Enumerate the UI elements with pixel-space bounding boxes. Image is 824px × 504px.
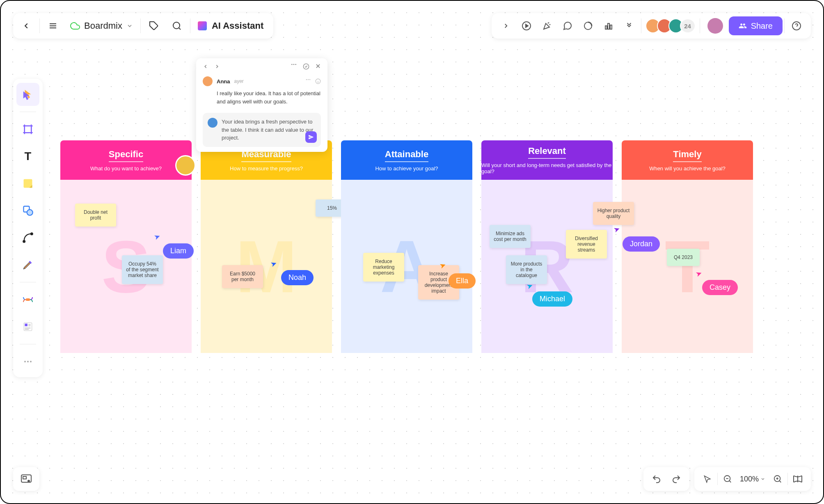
mindmap-tool[interactable] xyxy=(16,288,39,311)
sticky-note[interactable]: Q4 2023 xyxy=(667,249,700,266)
comment-more-icon[interactable] xyxy=(305,78,311,84)
comment-panel[interactable]: Anna ayer I really like your idea. It ha… xyxy=(196,58,327,152)
comment-button[interactable] xyxy=(557,16,578,36)
smart-board[interactable]: Specific What do you want to achieve? S … xyxy=(60,140,753,353)
column-subtitle: How to measure the progress? xyxy=(230,165,303,172)
svg-point-24 xyxy=(27,210,33,215)
zoom-level-dropdown[interactable]: 100% xyxy=(737,475,768,483)
column-title: Attainable xyxy=(385,149,428,162)
svg-line-56 xyxy=(780,481,781,483)
reply-input[interactable]: Your idea brings a fresh perspective to … xyxy=(203,113,321,147)
cursor-label: Michael xyxy=(532,291,572,307)
help-button[interactable] xyxy=(786,16,807,36)
comment-time: ayer xyxy=(234,78,244,84)
sticky-note[interactable]: Higher product quality xyxy=(593,202,634,225)
next-comment-button[interactable] xyxy=(214,64,220,69)
template-tool[interactable] xyxy=(16,315,39,338)
comment-text: I really like your idea. It has a lot of… xyxy=(203,89,321,105)
svg-point-25 xyxy=(23,241,25,243)
share-button[interactable]: Share xyxy=(729,16,783,35)
menu-button[interactable] xyxy=(41,14,64,37)
svg-point-39 xyxy=(295,64,296,65)
comment-avatar xyxy=(203,76,213,86)
column-title: Specific xyxy=(109,149,143,162)
svg-point-37 xyxy=(291,64,293,65)
fit-view-button[interactable] xyxy=(788,469,808,489)
column-relevant[interactable]: Relevant Will your short and long-term n… xyxy=(481,140,613,353)
cursor-label: Jordan xyxy=(623,236,660,252)
top-left-toolbar: Boardmix AI Assistant xyxy=(13,13,273,39)
present-button[interactable] xyxy=(516,16,537,36)
column-specific[interactable]: Specific What do you want to achieve? S … xyxy=(60,140,192,353)
undo-button[interactable] xyxy=(647,469,666,489)
svg-text:T: T xyxy=(25,150,32,163)
column-subtitle: When will you achieve the goal? xyxy=(649,165,726,172)
text-tool[interactable]: T xyxy=(16,145,39,168)
svg-marker-7 xyxy=(526,24,528,27)
cursor-label: Noah xyxy=(281,270,314,285)
sticky-note[interactable]: Occupy 54% of the segment market share xyxy=(122,255,163,284)
more-tools-button[interactable] xyxy=(619,16,639,36)
chevron-down-icon xyxy=(126,23,133,29)
divider xyxy=(700,18,700,33)
cursor-label: Ella xyxy=(449,273,476,289)
sticky-note[interactable]: More products in the catalogue xyxy=(506,255,547,284)
divider xyxy=(20,344,36,344)
svg-point-46 xyxy=(316,79,320,84)
sticky-note[interactable]: Double net profit xyxy=(75,204,116,227)
more-tools-button[interactable] xyxy=(16,350,39,373)
svg-rect-9 xyxy=(605,26,607,29)
zoom-out-button[interactable] xyxy=(718,469,737,489)
send-button[interactable] xyxy=(305,131,317,143)
sticky-note[interactable]: Reduce marketing expenses xyxy=(363,253,404,282)
collaborator-avatars[interactable]: 24 xyxy=(643,18,698,33)
frame-tool[interactable] xyxy=(16,118,39,141)
cursor-icon: ➤ xyxy=(269,259,278,269)
column-avatar-badge[interactable] xyxy=(175,155,196,176)
svg-rect-27 xyxy=(26,298,30,301)
zoom-in-button[interactable] xyxy=(768,469,787,489)
tag-button[interactable] xyxy=(142,14,165,37)
column-subtitle: Will your short and long-term needs get … xyxy=(481,162,613,174)
comment-emoji-icon[interactable] xyxy=(315,78,321,84)
column-measurable[interactable]: Measurable How to measure the progress? … xyxy=(201,140,332,353)
ai-assistant-label: AI Assistant xyxy=(212,21,263,31)
divider xyxy=(190,18,190,33)
celebrate-button[interactable] xyxy=(537,16,557,36)
sticky-note[interactable]: Earn $5000 per month xyxy=(222,265,263,288)
svg-rect-50 xyxy=(23,477,26,479)
svg-point-38 xyxy=(293,64,295,65)
profile-avatar[interactable] xyxy=(707,18,723,34)
vote-button[interactable] xyxy=(598,16,619,36)
minimap-button[interactable] xyxy=(13,467,39,491)
more-options-button[interactable] xyxy=(291,63,297,70)
shape-tool[interactable] xyxy=(16,199,39,222)
redo-button[interactable] xyxy=(666,469,686,489)
svg-point-26 xyxy=(31,233,33,235)
left-toolbar: T xyxy=(13,79,43,377)
ai-assistant-button[interactable]: AI Assistant xyxy=(192,21,272,31)
avatar-count[interactable]: 24 xyxy=(680,18,696,33)
resolve-button[interactable] xyxy=(303,63,309,70)
share-label: Share xyxy=(751,21,773,31)
column-timely[interactable]: Timely When will you achieve the goal? T… xyxy=(622,140,753,353)
select-tool[interactable] xyxy=(16,83,39,106)
close-button[interactable] xyxy=(315,63,321,70)
column-attainable[interactable]: Attainable How to achieve your goal? A R… xyxy=(341,140,472,353)
connector-tool[interactable] xyxy=(16,226,39,249)
cursor-label: Casey xyxy=(702,280,738,295)
sticky-note[interactable]: Diversified revenue streams xyxy=(566,230,607,259)
cursor-mode-button[interactable] xyxy=(698,469,717,489)
cursor-icon: ➤ xyxy=(694,268,703,279)
sticky-note[interactable]: Minimize ads cost per month xyxy=(490,225,531,248)
board-name-dropdown[interactable]: Boardmix xyxy=(64,21,139,31)
back-button[interactable] xyxy=(15,14,38,37)
search-button[interactable] xyxy=(165,14,188,37)
sticky-note-tool[interactable] xyxy=(16,172,39,195)
collapse-toggle-button[interactable] xyxy=(496,16,516,36)
pen-tool[interactable] xyxy=(16,253,39,276)
comment-author: Anna xyxy=(217,78,230,85)
prev-comment-button[interactable] xyxy=(203,64,208,69)
timer-button[interactable] xyxy=(578,16,598,36)
svg-rect-16 xyxy=(25,126,31,133)
